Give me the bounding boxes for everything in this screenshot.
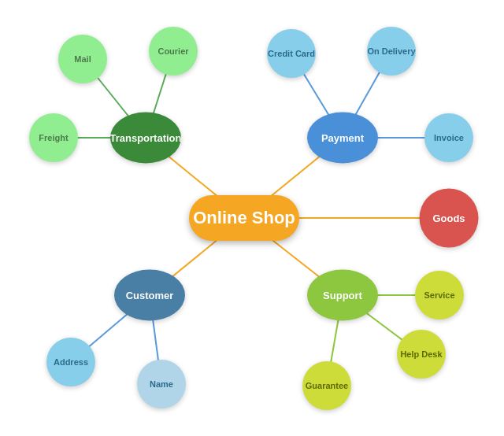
node-on-delivery[interactable]: On Delivery bbox=[367, 27, 416, 76]
node-invoice[interactable]: Invoice bbox=[424, 113, 473, 162]
node-goods[interactable]: Goods bbox=[420, 189, 479, 248]
mind-map-diagram: Online ShopTransportationPaymentGoodsSup… bbox=[0, 0, 504, 436]
node-customer[interactable]: Customer bbox=[114, 270, 185, 321]
node-help-desk[interactable]: Help Desk bbox=[397, 330, 446, 379]
node-courier[interactable]: Courier bbox=[149, 27, 198, 76]
node-mail[interactable]: Mail bbox=[58, 35, 107, 83]
node-support[interactable]: Support bbox=[307, 270, 378, 321]
node-guarantee[interactable]: Guarantee bbox=[302, 361, 351, 410]
node-payment[interactable]: Payment bbox=[307, 113, 378, 164]
node-credit-card[interactable]: Credit Card bbox=[267, 29, 316, 78]
node-transportation[interactable]: Transportation bbox=[110, 113, 181, 164]
node-name[interactable]: Name bbox=[137, 360, 186, 408]
node-online-shop[interactable]: Online Shop bbox=[189, 195, 299, 241]
node-freight[interactable]: Freight bbox=[29, 113, 78, 162]
node-service[interactable]: Service bbox=[415, 271, 464, 320]
node-address[interactable]: Address bbox=[46, 338, 95, 386]
